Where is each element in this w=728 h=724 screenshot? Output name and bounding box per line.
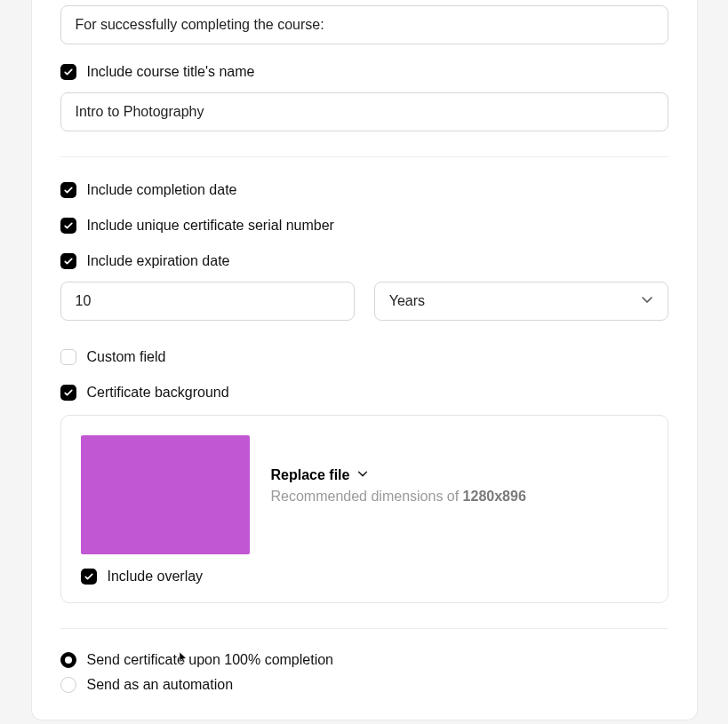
send-on-completion-label: Send certificate upon 100% completion — [87, 652, 334, 668]
background-upload-card: Replace file Recommended dimensions of 1… — [60, 415, 668, 603]
replace-file-button[interactable]: Replace file — [271, 467, 526, 483]
include-completion-date-checkbox[interactable] — [60, 182, 76, 198]
chevron-down-icon — [356, 467, 369, 483]
recommended-dimensions-text: Recommended dimensions of 1280x896 — [271, 489, 526, 505]
check-icon — [63, 220, 74, 231]
course-title-input[interactable] — [60, 92, 668, 131]
include-serial-row: Include unique certificate serial number — [60, 218, 668, 234]
include-course-title-label: Include course title's name — [87, 64, 255, 80]
send-on-completion-radio[interactable] — [60, 652, 76, 668]
certificate-background-row: Certificate background — [60, 385, 668, 401]
send-as-automation-label: Send as an automation — [87, 677, 234, 693]
include-course-title-checkbox[interactable] — [60, 64, 76, 80]
check-icon — [63, 256, 74, 267]
expiration-unit-display[interactable] — [374, 282, 668, 321]
expiration-amount-input[interactable] — [60, 282, 355, 321]
include-overlay-label: Include overlay — [108, 569, 204, 585]
include-overlay-row: Include overlay — [81, 569, 648, 585]
check-icon — [84, 571, 94, 582]
divider — [60, 156, 668, 157]
replace-file-label: Replace file — [271, 467, 350, 483]
background-thumbnail[interactable] — [81, 435, 250, 554]
certificate-background-checkbox[interactable] — [60, 385, 76, 401]
divider — [60, 628, 668, 629]
include-completion-date-label: Include completion date — [87, 182, 237, 198]
include-overlay-checkbox[interactable] — [81, 569, 97, 585]
send-as-automation-row: Send as an automation — [60, 677, 668, 693]
certificate-background-label: Certificate background — [87, 385, 229, 401]
completion-text-input[interactable] — [60, 5, 668, 44]
include-course-title-row: Include course title's name — [60, 64, 668, 80]
check-icon — [63, 185, 74, 195]
custom-field-row: Custom field — [60, 349, 668, 365]
include-serial-label: Include unique certificate serial number — [87, 218, 334, 234]
certificate-settings-panel: Include course title's name Include comp… — [31, 0, 698, 720]
expiration-unit-select[interactable] — [374, 282, 668, 321]
check-icon — [63, 387, 74, 398]
send-on-completion-row: Send certificate upon 100% completion — [60, 652, 668, 668]
include-expiration-checkbox[interactable] — [60, 253, 76, 269]
include-serial-checkbox[interactable] — [60, 218, 76, 234]
include-completion-date-row: Include completion date — [60, 182, 668, 198]
custom-field-checkbox[interactable] — [60, 349, 76, 365]
custom-field-label: Custom field — [87, 349, 166, 365]
include-expiration-label: Include expiration date — [87, 253, 230, 269]
include-expiration-row: Include expiration date — [60, 253, 668, 269]
expiration-inputs-row — [60, 282, 668, 321]
send-as-automation-radio[interactable] — [60, 677, 76, 693]
check-icon — [63, 67, 74, 77]
